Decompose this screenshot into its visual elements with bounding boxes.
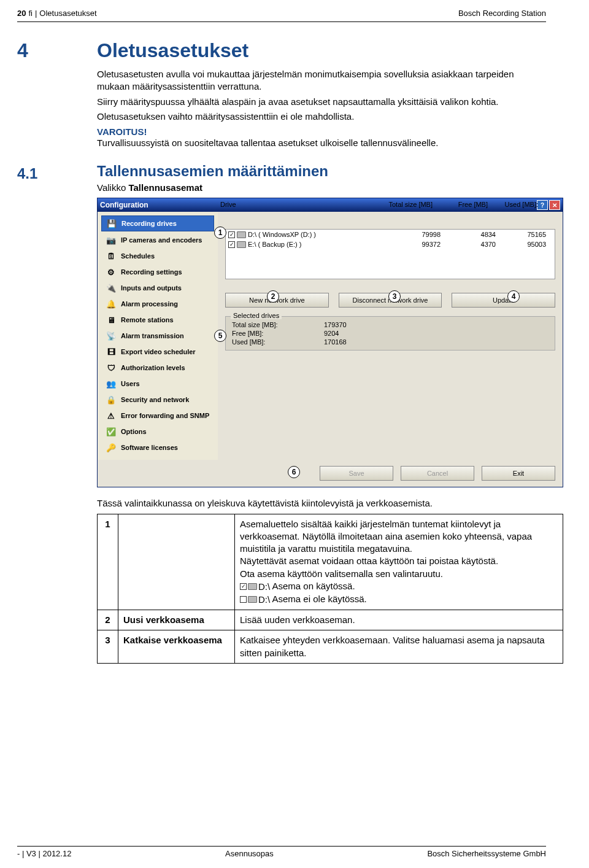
update-button[interactable]: Update <box>452 293 555 308</box>
callout-5: 5 <box>214 330 226 342</box>
subsection-number: 4.1 <box>17 165 37 182</box>
nav-icon: 🔑 <box>105 443 117 452</box>
sidebar-item-alarm-processing[interactable]: 🔔Alarm processing <box>101 296 214 311</box>
selected-drive-stat: Used [MB]:170168 <box>232 338 549 346</box>
sidebar-item-ip-cameras-and-encoders[interactable]: 📷IP cameras and encoders <box>101 233 214 247</box>
selected-drive-stat: Total size [MB]:179370 <box>232 320 549 329</box>
sidebar-item-export-video-scheduler[interactable]: 🎞Export video scheduler <box>101 344 214 359</box>
nav-icon: 🗓 <box>105 251 117 261</box>
header-product: Bosch Recording Station <box>458 9 546 18</box>
description-table: 1 Asemaluettelo sisältää kaikki järjeste… <box>97 514 563 664</box>
selected-drives-legend: Selected drives <box>231 312 282 319</box>
nav-icon: 💾 <box>106 219 118 228</box>
config-window: Configuration ? ✕ 💾Recording drives📷IP c… <box>97 198 563 487</box>
row1-num: 1 <box>98 514 118 610</box>
nav-icon: 👥 <box>105 379 117 389</box>
nav-icon: 🔌 <box>105 283 117 293</box>
sidebar-item-security-and-network[interactable]: 🔒Security and network <box>101 392 214 407</box>
sidebar-item-users[interactable]: 👥Users <box>101 376 214 391</box>
main-pane: 1 Drive Total size [MB] Free [MB] Used [… <box>218 212 563 460</box>
nav-icon: 📡 <box>105 331 117 341</box>
nav-icon: ⚠ <box>105 411 117 420</box>
sidebar-item-options[interactable]: ✅Options <box>101 424 214 439</box>
sidebar-item-authorization-levels[interactable]: 🛡Authorization levels <box>101 360 214 375</box>
nav-icon: 🔔 <box>105 299 117 309</box>
selected-drive-stat: Free [MB]:9204 <box>232 329 549 338</box>
nav-icon: ⚙ <box>105 267 117 277</box>
window-title: Configuration <box>100 201 148 209</box>
nav-icon: 🛡 <box>105 363 117 373</box>
sidebar-item-error-forwarding-and-snmp[interactable]: ⚠Error forwarding and SNMP <box>101 408 214 423</box>
sidebar: 💾Recording drives📷IP cameras and encoder… <box>98 212 218 460</box>
nav-icon: 📷 <box>105 235 117 245</box>
sidebar-item-recording-settings[interactable]: ⚙Recording settings <box>101 265 214 279</box>
drive-enabled-icon: ✓D:\ <box>240 581 270 593</box>
page-header: 20 fi | Oletusasetukset Bosch Recording … <box>0 0 589 20</box>
nav-icon: ✅ <box>105 427 117 436</box>
drive-disabled-icon: D:\ <box>240 594 270 606</box>
sidebar-item-alarm-transmission[interactable]: 📡Alarm transmission <box>101 328 214 343</box>
warning-label: VAROITUS! <box>97 126 545 137</box>
footer-left: - | V3 | 2012.12 <box>17 849 71 858</box>
footer-right: Bosch Sicherheitssysteme GmbH <box>427 849 546 858</box>
footer-center: Asennusopas <box>225 849 274 858</box>
sidebar-item-software-licenses[interactable]: 🔑Software licenses <box>101 440 214 455</box>
page-footer: - | V3 | 2012.12 Asennusopas Bosch Siche… <box>17 846 546 858</box>
section-title: Oletusasetukset <box>97 39 545 62</box>
col-free: Free [MB] <box>433 201 488 208</box>
sidebar-item-inputs-and-outputs[interactable]: 🔌Inputs and outputs <box>101 281 214 295</box>
warning-text: Turvallisuussyistä on suositeltavaa tall… <box>97 137 545 149</box>
menu-line: Valikko Tallennusasemat <box>97 182 545 193</box>
page-number: 20 <box>17 9 26 18</box>
sidebar-item-recording-drives[interactable]: 💾Recording drives <box>101 215 214 231</box>
header-lang: fi <box>28 9 33 18</box>
drive-row[interactable]: ✓D:\ ( WindowsXP (D:) )79998483475165 <box>226 230 555 239</box>
header-breadcrumb: Oletusasetukset <box>39 9 96 18</box>
col-total: Total size [MB] <box>365 201 433 208</box>
section-p1: Oletusasetusten avulla voi mukauttaa jär… <box>97 68 545 93</box>
callout-6: 6 <box>288 466 300 478</box>
sidebar-item-remote-stations[interactable]: 🖥Remote stations <box>101 312 214 327</box>
sidebar-item-schedules[interactable]: 🗓Schedules <box>101 249 214 263</box>
cancel-button[interactable]: Cancel <box>401 466 474 481</box>
save-button[interactable]: Save <box>320 466 393 481</box>
nav-icon: 🔒 <box>105 395 117 405</box>
drive-list[interactable]: ✓D:\ ( WindowsXP (D:) )79998483475165✓E:… <box>225 229 555 279</box>
selected-drives-box: Selected drives Total size [MB]:179370Fr… <box>225 316 555 351</box>
col-drive: Drive <box>218 201 365 208</box>
subsection-title: Tallennusasemien määrittäminen <box>97 163 545 180</box>
col-used: Used [MB]: <box>488 201 543 208</box>
section-p3: Oletusasetuksen vaihto määritysassistent… <box>97 110 545 123</box>
section-number: 4 <box>17 39 28 62</box>
drive-row[interactable]: ✓E:\ ( Backup (E:) )99372437095003 <box>226 239 555 249</box>
callout-1: 1 <box>214 227 226 239</box>
caption: Tässä valintaikkunassa on yleiskuva käyt… <box>97 497 545 510</box>
nav-icon: 🎞 <box>105 347 117 357</box>
exit-button[interactable]: Exit <box>482 466 555 481</box>
nav-icon: 🖥 <box>105 315 117 325</box>
window-bottom-bar: 6 Save Cancel Exit <box>98 460 563 487</box>
section-p2: Siirry määrityspuussa ylhäältä alaspäin … <box>97 96 545 108</box>
